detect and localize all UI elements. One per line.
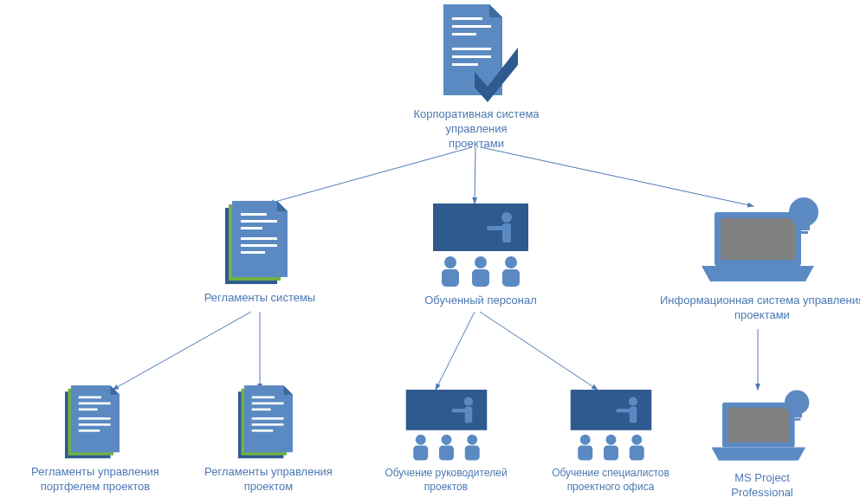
node-root: Корпоративная система управления проекта… — [398, 4, 554, 152]
laptop-idea-icon — [710, 388, 814, 468]
node-msproject: MS Project Professional — [702, 388, 823, 501]
svg-rect-32 — [502, 269, 520, 287]
svg-line-0 — [268, 147, 472, 204]
svg-line-5 — [436, 312, 475, 390]
node-training-leaders-label: Обучение руководителей проектов — [385, 467, 507, 494]
svg-rect-37 — [799, 231, 808, 234]
training-icon — [561, 390, 661, 463]
svg-rect-11 — [452, 48, 491, 50]
svg-point-29 — [475, 256, 487, 268]
svg-rect-80 — [793, 418, 800, 421]
svg-rect-58 — [464, 407, 472, 423]
node-reglamenty-label: Регламенты системы — [204, 291, 315, 306]
node-reglamenty: Регламенты системы — [199, 201, 320, 306]
svg-rect-28 — [442, 269, 459, 287]
training-icon — [424, 204, 537, 290]
svg-rect-65 — [464, 446, 479, 461]
svg-rect-26 — [487, 226, 504, 230]
svg-rect-19 — [241, 227, 262, 229]
svg-rect-17 — [241, 213, 267, 216]
node-regl-portfolio-label: Регламенты управления портфелем проектов — [31, 465, 159, 494]
node-regl-project: Регламенты управления проектом — [195, 385, 342, 494]
svg-rect-54 — [252, 423, 284, 426]
svg-rect-68 — [629, 407, 637, 423]
node-training-leaders: Обучение руководителей проектов — [377, 390, 515, 494]
node-infosys: Информационная система управления проект… — [658, 195, 860, 323]
svg-rect-10 — [452, 33, 476, 36]
document-check-icon — [433, 4, 520, 104]
svg-point-67 — [628, 397, 637, 406]
svg-point-70 — [579, 435, 590, 445]
svg-point-31 — [505, 256, 517, 268]
documents-stack-icon — [238, 385, 299, 462]
svg-rect-20 — [241, 237, 277, 240]
svg-point-35 — [789, 197, 818, 227]
svg-line-3 — [113, 312, 251, 390]
svg-rect-43 — [79, 409, 98, 411]
svg-rect-55 — [252, 430, 274, 432]
svg-point-78 — [785, 391, 809, 415]
svg-rect-59 — [451, 409, 466, 412]
svg-rect-13 — [452, 63, 478, 66]
svg-point-64 — [467, 435, 477, 445]
svg-rect-9 — [452, 25, 491, 28]
node-personal-label: Обученный персонал — [424, 294, 537, 308]
training-icon — [397, 390, 496, 463]
svg-rect-56 — [405, 390, 487, 430]
svg-line-1 — [475, 147, 475, 204]
node-regl-project-label: Регламенты управления проектом — [204, 465, 333, 494]
svg-rect-53 — [252, 417, 284, 420]
svg-rect-45 — [79, 423, 111, 426]
svg-rect-79 — [792, 413, 802, 417]
svg-rect-44 — [79, 417, 111, 420]
documents-stack-icon — [225, 201, 294, 288]
svg-point-60 — [415, 435, 425, 445]
svg-rect-75 — [629, 446, 643, 461]
svg-point-62 — [441, 435, 451, 445]
node-training-spec: Обучение специалистов проектного офиса — [541, 390, 680, 494]
svg-rect-18 — [241, 220, 277, 223]
svg-rect-34 — [721, 218, 795, 260]
svg-rect-46 — [79, 430, 100, 432]
svg-rect-51 — [252, 403, 284, 405]
svg-point-27 — [444, 256, 456, 268]
node-personal: Обученный персонал — [416, 204, 546, 308]
svg-rect-63 — [439, 446, 454, 461]
svg-point-24 — [501, 212, 512, 223]
svg-rect-73 — [604, 446, 618, 461]
svg-rect-25 — [502, 223, 511, 242]
svg-rect-30 — [472, 269, 489, 287]
svg-line-6 — [480, 312, 598, 390]
svg-rect-71 — [578, 446, 592, 461]
svg-rect-52 — [252, 409, 271, 411]
svg-rect-61 — [413, 446, 428, 461]
laptop-idea-icon — [702, 195, 823, 290]
svg-rect-50 — [252, 397, 275, 399]
svg-rect-22 — [241, 251, 265, 254]
node-training-spec-label: Обучение специалистов проектного офиса — [552, 467, 669, 494]
svg-rect-8 — [452, 17, 482, 20]
node-regl-portfolio: Регламенты управления портфелем проектов — [22, 385, 169, 494]
svg-rect-23 — [433, 204, 528, 251]
svg-rect-77 — [727, 408, 790, 443]
svg-rect-41 — [79, 397, 101, 399]
svg-rect-42 — [79, 403, 111, 405]
svg-rect-69 — [616, 409, 630, 412]
svg-rect-12 — [452, 55, 491, 58]
svg-point-72 — [605, 435, 616, 445]
documents-stack-icon — [65, 385, 126, 462]
node-infosys-label: Информационная система управления проект… — [660, 294, 860, 323]
svg-rect-36 — [798, 225, 810, 230]
node-msproject-label: MS Project Professional — [731, 471, 793, 501]
node-root-label: Корпоративная система управления проекта… — [398, 107, 554, 152]
svg-rect-21 — [241, 244, 277, 247]
svg-rect-66 — [570, 390, 651, 430]
svg-point-57 — [463, 397, 472, 406]
svg-point-74 — [631, 435, 642, 445]
